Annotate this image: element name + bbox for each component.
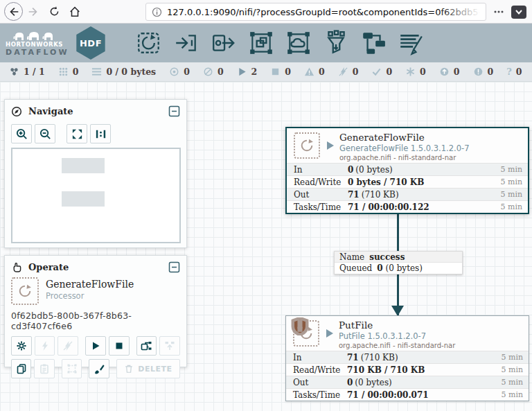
connection-queued-size: (0 bytes) — [386, 263, 423, 273]
processor-generateflowfile[interactable]: GenerateFlowFile GenerateFlowFile 1.5.0.… — [285, 127, 529, 214]
component-toolbar — [136, 30, 424, 56]
home-button[interactable] — [64, 1, 85, 22]
funnel-component-icon[interactable] — [323, 30, 349, 56]
flow-status-bar: 1 / 1 0 0 / 0 bytes 0 0 2 0 0 — [0, 62, 532, 82]
back-button[interactable] — [4, 2, 23, 21]
disabled-icon — [338, 67, 348, 77]
back-arrow-icon — [8, 6, 20, 18]
zoom-out-icon — [39, 128, 52, 141]
lightning-icon — [39, 340, 51, 351]
brand-company: HORTONWORKS — [6, 42, 63, 48]
processor-putfile[interactable]: PutFile PutFile 1.5.0.3.1.2.0-7 org.apac… — [285, 315, 529, 401]
hand-pointer-icon — [11, 262, 22, 273]
processor-name: GenerateFlowFile — [339, 132, 469, 143]
more-menu-icon[interactable] — [493, 6, 504, 17]
collapse-icon — [168, 261, 180, 273]
stat-row-tasks: Tasks/Time 71 / 00:00:00.071 5 min — [286, 388, 529, 401]
one-to-one-icon — [94, 128, 107, 141]
zoom-out-button[interactable] — [35, 124, 55, 143]
operate-buttons-row-1 — [11, 336, 180, 356]
status-invalid: 0 — [304, 67, 325, 77]
running-icon — [237, 67, 247, 77]
process-group-component-icon[interactable] — [248, 30, 274, 56]
processor-component-icon[interactable] — [136, 30, 162, 56]
stop-button[interactable] — [109, 336, 130, 356]
template-component-icon[interactable] — [360, 30, 387, 56]
label-component-icon[interactable] — [398, 30, 424, 56]
stat-row-in: In 0(0 bytes) 5 min — [287, 163, 528, 175]
connection-queued-count: 0 — [377, 263, 382, 273]
upload-template-button[interactable] — [159, 336, 180, 356]
stat-row-readwrite: Read/Write 0 bytes / 710 KB 5 min — [287, 175, 528, 188]
connection-label-success[interactable]: Name success Queued 0 (0 bytes) — [334, 251, 463, 274]
selected-component-id: 0f62bdb5-800b-367f-8b63-cd3f407cf6e6 — [11, 311, 180, 331]
forward-button[interactable] — [23, 1, 44, 22]
birdseye-minimap[interactable] — [11, 148, 181, 243]
navigate-panel: Navigate — [4, 99, 187, 248]
selected-component-summary: GenerateFlowFile Processor — [11, 277, 180, 305]
connection-name-label: Name — [339, 252, 364, 262]
minimap-node — [62, 191, 105, 207]
processor-name: PutFile — [339, 320, 455, 331]
site-info-icon — [152, 7, 162, 17]
flow-canvas[interactable]: GenerateFlowFile GenerateFlowFile 1.5.0.… — [0, 82, 532, 411]
url-fade — [438, 7, 480, 17]
connection-queued-label: Queued — [339, 263, 372, 273]
status-stopped: 0 — [270, 67, 291, 77]
address-bar[interactable]: 127.0.0.1:9090/nifi/?processGroupId=root… — [145, 3, 486, 21]
stat-row-out: Out 0(0 bytes) 5 min — [286, 376, 529, 388]
stopped-icon — [270, 67, 281, 77]
status-not-transmitting: 0 — [203, 67, 224, 77]
elephants-icon — [6, 30, 66, 42]
not-transmitting-icon — [203, 67, 213, 77]
delete-button-label: DELETE — [138, 365, 172, 374]
connection-name-row: Name success — [335, 252, 462, 263]
reload-icon — [48, 6, 60, 17]
operate-panel: Operate GenerateFlowFile Processor 0f62b… — [4, 255, 187, 367]
operate-collapse-button[interactable] — [168, 261, 180, 273]
zoom-actual-size-button[interactable] — [90, 124, 111, 143]
navigate-controls — [5, 120, 186, 146]
operate-buttons-row-2: DELETE — [11, 359, 180, 378]
reload-button[interactable] — [44, 1, 64, 22]
processor-stamp-icon — [293, 320, 319, 347]
zoom-in-button[interactable] — [11, 124, 32, 143]
start-button[interactable] — [85, 336, 106, 356]
group-button[interactable] — [62, 359, 82, 378]
browser-right-controls — [493, 0, 526, 24]
status-transmitting: 0 — [169, 67, 190, 77]
settings-button[interactable] — [11, 336, 32, 356]
remote-process-group-component-icon[interactable] — [285, 30, 312, 56]
enable-button[interactable] — [35, 336, 55, 356]
play-icon — [90, 340, 101, 351]
hdf-badge: HDF — [75, 26, 107, 60]
queued-icon — [91, 67, 102, 77]
processor-type-version: PutFile 1.5.0.3.1.2.0-7 — [339, 333, 455, 341]
paste-button[interactable] — [34, 359, 54, 378]
copy-button[interactable] — [11, 359, 31, 378]
create-template-button[interactable] — [136, 336, 157, 356]
zoom-in-icon — [15, 128, 28, 141]
stat-row-out: Out 71(710 KB) 5 min — [287, 188, 528, 200]
processor-stats: In 71(710 KB) 5 min Read/Write 710 KB / … — [286, 351, 529, 401]
status-connected-nodes: 1 / 1 — [9, 67, 45, 77]
disable-button[interactable] — [57, 336, 78, 356]
browser-extension-button[interactable] — [511, 6, 526, 19]
input-port-component-icon[interactable] — [173, 30, 200, 56]
output-port-component-icon[interactable] — [211, 30, 237, 56]
processor-stats: In 0(0 bytes) 5 min Read/Write 0 bytes /… — [287, 163, 528, 213]
trash-icon — [124, 364, 134, 374]
stat-row-tasks: Tasks/Time 71 / 00:00:00.122 5 min — [287, 200, 528, 213]
fill-color-button[interactable] — [89, 359, 109, 378]
processor-header: PutFile PutFile 1.5.0.3.1.2.0-7 org.apac… — [286, 316, 529, 351]
status-active-threads: 0 — [58, 67, 79, 77]
create-template-icon — [141, 340, 152, 351]
delete-button[interactable]: DELETE — [116, 359, 180, 378]
status-disabled: 0 — [338, 67, 359, 77]
hortonworks-dataflow-logo: HORTONWORKS DATAFLOW — [6, 30, 72, 57]
navigate-collapse-button[interactable] — [168, 105, 180, 117]
nifi-app-window: 127.0.0.1:9090/nifi/?processGroupId=root… — [0, 0, 532, 411]
group-icon — [66, 363, 78, 374]
zoom-fit-button[interactable] — [66, 124, 87, 143]
locally-modified-stale-icon — [473, 67, 484, 77]
